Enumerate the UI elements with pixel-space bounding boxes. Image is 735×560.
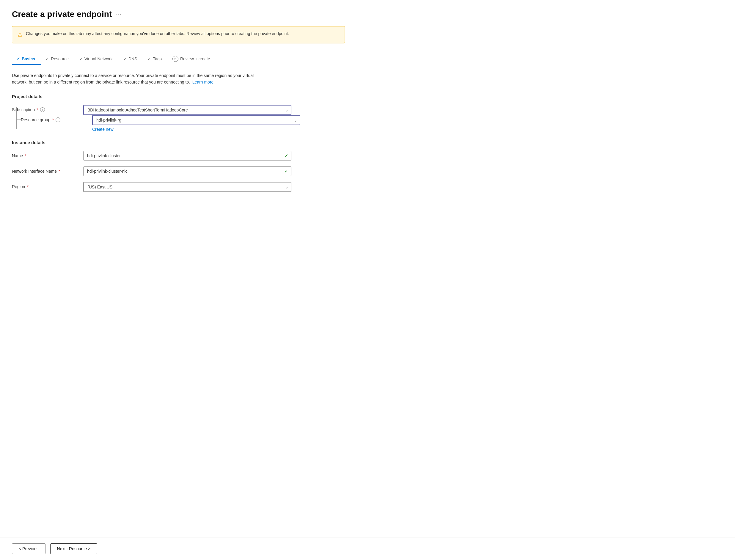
ellipsis-menu-button[interactable]: ··· xyxy=(115,11,122,18)
basics-check-icon: ✓ xyxy=(17,56,20,61)
subscription-select[interactable]: BDHadoopHumboldtAdhocTestShortTermHadoop… xyxy=(83,105,291,115)
subscription-input-wrapper: BDHadoopHumboldtAdhocTestShortTermHadoop… xyxy=(83,105,291,115)
tags-check-icon: ✓ xyxy=(148,57,151,61)
instance-details-section: Instance details Name * ✓ Network Interf… xyxy=(12,140,345,192)
project-details-section: Project details Subscription * i BDHadoo… xyxy=(12,94,345,132)
region-input-wrapper: (US) East US ⌄ xyxy=(83,182,291,192)
warning-icon: ⚠ xyxy=(18,31,22,39)
warning-text: Changes you make on this tab may affect … xyxy=(26,31,289,37)
description-main: Use private endpoints to privately conne… xyxy=(12,73,254,84)
description: Use private endpoints to privately conne… xyxy=(12,72,256,86)
create-new-resource-group-link[interactable]: Create new xyxy=(92,127,114,132)
name-label: Name * xyxy=(12,151,83,158)
tab-basics-label: Basics xyxy=(22,56,35,61)
subscription-label: Subscription * i xyxy=(12,105,83,112)
name-valid-icon: ✓ xyxy=(284,153,288,158)
resource-group-input-wrapper: hdi-privlink-rg ⌄ Create new xyxy=(92,115,300,132)
tab-tags[interactable]: ✓ Tags xyxy=(143,54,168,64)
page-title: Create a private endpoint xyxy=(12,10,112,19)
dns-check-icon: ✓ xyxy=(123,57,127,61)
name-input-container: ✓ xyxy=(83,151,291,161)
region-select-wrapper: (US) East US ⌄ xyxy=(83,182,291,192)
tabs-row: ✓ Basics ✓ Resource ✓ Virtual Network ✓ … xyxy=(12,53,345,65)
region-required: * xyxy=(27,184,28,189)
learn-more-link[interactable]: Learn more xyxy=(192,80,214,84)
tab-resource[interactable]: ✓ Resource xyxy=(41,54,75,64)
resource-check-icon: ✓ xyxy=(46,57,49,61)
tab-review-create[interactable]: 6 Review + create xyxy=(168,53,216,65)
nic-input[interactable] xyxy=(83,166,291,176)
region-label: Region * xyxy=(12,182,83,189)
name-input[interactable] xyxy=(83,151,291,161)
tab-basics[interactable]: ✓ Basics xyxy=(12,54,41,65)
review-create-badge: 6 xyxy=(172,56,178,62)
network-interface-name-row: Network Interface Name * ✓ xyxy=(12,166,345,176)
tab-virtual-network[interactable]: ✓ Virtual Network xyxy=(75,54,119,64)
tab-dns[interactable]: ✓ DNS xyxy=(119,54,143,64)
footer-bar: < Previous Next : Resource > xyxy=(0,537,735,560)
previous-button[interactable]: < Previous xyxy=(12,543,45,554)
subscription-required: * xyxy=(37,107,38,112)
network-interface-name-label: Network Interface Name * xyxy=(12,166,83,174)
tab-dns-label: DNS xyxy=(128,56,137,61)
name-input-wrapper: ✓ xyxy=(83,151,291,161)
instance-details-title: Instance details xyxy=(12,140,345,145)
nic-valid-icon: ✓ xyxy=(284,169,288,174)
region-select[interactable]: (US) East US xyxy=(83,182,291,192)
subscription-row: Subscription * i BDHadoopHumboldtAdhocTe… xyxy=(12,105,345,115)
tab-resource-label: Resource xyxy=(51,56,69,61)
tab-tags-label: Tags xyxy=(153,56,162,61)
resource-group-label: Resource group * i xyxy=(21,115,92,122)
virtual-network-check-icon: ✓ xyxy=(79,57,83,61)
nic-required: * xyxy=(59,169,60,174)
name-required: * xyxy=(25,153,26,158)
resource-group-select[interactable]: hdi-privlink-rg xyxy=(92,115,300,125)
next-button[interactable]: Next : Resource > xyxy=(50,543,97,554)
resource-group-select-wrapper: hdi-privlink-rg ⌄ xyxy=(92,115,300,125)
nic-input-container: ✓ xyxy=(83,166,291,176)
tab-virtual-network-label: Virtual Network xyxy=(84,56,113,61)
subscription-select-wrapper: BDHadoopHumboldtAdhocTestShortTermHadoop… xyxy=(83,105,291,115)
tab-review-create-label: Review + create xyxy=(180,56,210,61)
project-details-title: Project details xyxy=(12,94,345,99)
resource-group-info-icon[interactable]: i xyxy=(56,117,60,122)
nic-input-wrapper: ✓ xyxy=(83,166,291,176)
resource-group-row: Resource group * i hdi-privlink-rg ⌄ Cre… xyxy=(12,115,345,132)
subscription-info-icon[interactable]: i xyxy=(40,107,45,112)
name-row: Name * ✓ xyxy=(12,151,345,161)
region-row: Region * (US) East US ⌄ xyxy=(12,182,345,192)
resource-group-required: * xyxy=(52,117,54,122)
warning-banner: ⚠ Changes you make on this tab may affec… xyxy=(12,26,345,43)
